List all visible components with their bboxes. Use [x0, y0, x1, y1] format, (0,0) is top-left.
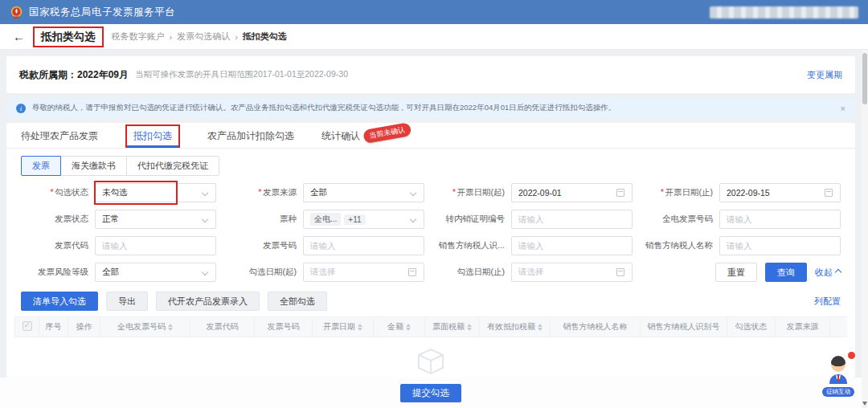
calendar-icon [408, 268, 416, 276]
text-input[interactable] [518, 241, 625, 251]
tax-period-value: 2022年09月 [77, 68, 129, 82]
text-input[interactable] [727, 241, 833, 251]
breadcrumb-separator: › [235, 32, 238, 42]
filter-label: 发票状态 [21, 214, 95, 225]
toolbar-button-3[interactable]: 代开农产品发票录入 [156, 292, 260, 311]
close-icon[interactable]: × [833, 104, 845, 113]
filter-label: 发票代码 [21, 240, 95, 251]
input-control[interactable] [719, 236, 841, 255]
sort-asc-icon [358, 324, 362, 327]
sort-desc-icon [358, 328, 362, 331]
submit-bar: 提交勾选 [0, 377, 862, 408]
filter-row-3: 发票代码发票号码销售方纳税人识...销售方纳税人名称 [21, 236, 841, 255]
tax-period-label: 税款所属期： [19, 68, 77, 82]
notice-text: 尊敬的纳税人，请于申报前对已勾选的凭证进行统计确认。农产品业务抵扣勾选和代扣代缴… [32, 103, 616, 113]
column-config-link[interactable]: 列配置 [814, 296, 841, 308]
column-header-2: 序号 [39, 317, 68, 337]
toolbar-buttons: 清单导入勾选导出代开农产品发票录入全部勾选 [21, 292, 327, 311]
date-value: 2022-09-15 [727, 188, 770, 198]
tab-label: 抵扣勾选 [133, 129, 172, 143]
text-input[interactable] [518, 214, 625, 224]
input-control[interactable] [303, 236, 424, 255]
content: 税款所属期： 2022年09月 当期可操作发票的开具日期范围2017-01-01… [0, 50, 862, 377]
subtab-1[interactable]: 发票 [21, 156, 61, 176]
info-icon [16, 104, 26, 113]
toolbar-button-2[interactable]: 导出 [106, 292, 148, 311]
scrollbar[interactable] [862, 50, 868, 408]
required-mark: * [258, 187, 261, 197]
filter-row-2: 发票状态正常票种全电...+11转内销证明编号全电发票号码 [21, 210, 841, 229]
sort-icon[interactable] [358, 324, 362, 331]
input-control[interactable] [719, 210, 841, 229]
filter-field: *发票来源全部 [229, 183, 424, 202]
tax-period-hint: 当期可操作发票的开具日期范围2017-01-01至2022-09-30 [135, 69, 348, 80]
select-value: 全部 [102, 267, 119, 278]
sort-asc-icon [406, 324, 411, 327]
filter-label: 票种 [229, 214, 303, 225]
filter-field: *开票日期(止)2022-09-15 [645, 183, 841, 202]
sort-icon[interactable] [538, 324, 542, 331]
tab-3[interactable]: 农产品加计扣除勾选 [207, 124, 294, 148]
query-button[interactable]: 查询 [765, 263, 807, 282]
column-header-11: 销售方纳税人名称 [551, 317, 641, 337]
breadcrumb-item-3[interactable]: 抵扣类勾选 [243, 31, 287, 43]
column-header-1[interactable] [15, 317, 39, 337]
sort-icon[interactable] [406, 324, 411, 331]
tab-label: 待处理农产品发票 [21, 129, 98, 143]
chevron-up-icon [835, 269, 841, 275]
breadcrumb-item-2[interactable]: 发票勾选确认 [177, 31, 230, 43]
select-control[interactable]: 正常 [95, 210, 216, 229]
chevron-down-icon [202, 190, 208, 196]
tab-4[interactable]: 统计确认当前未确认 [321, 124, 411, 148]
tab-1[interactable]: 待处理农产品发票 [21, 124, 98, 148]
change-period-link[interactable]: 变更属期 [807, 69, 842, 81]
calendar-icon [616, 268, 624, 276]
tab-2[interactable]: 抵扣勾选 [125, 124, 180, 148]
page: 国家税务总局电子发票服务平台 ← 抵扣类勾选 税务数字账户›发票勾选确认›抵扣类… [0, 0, 868, 408]
select-all-checkbox[interactable] [23, 321, 32, 331]
select-control[interactable]: 全部 [95, 263, 216, 282]
tax-emblem-icon [10, 6, 23, 19]
filter-field: 发票风险等级全部 [21, 263, 216, 282]
select-control[interactable]: 未勾选 [95, 183, 216, 202]
date-control[interactable]: 请选择 [511, 263, 633, 282]
sort-icon[interactable] [168, 324, 173, 331]
filter-row-1: *勾选状态未勾选*发票来源全部*开票日期(起)2022-09-01*开票日期(止… [21, 183, 841, 202]
date-value: 请选择 [518, 267, 544, 278]
filter-field: 销售方纳税人识... [437, 236, 633, 255]
select-control[interactable]: 全部 [303, 183, 424, 202]
page-nav: ← 抵扣类勾选 税务数字账户›发票勾选确认›抵扣类勾选 [0, 24, 868, 50]
breadcrumb-item-1[interactable]: 税务数字账户 [112, 31, 165, 43]
input-control[interactable] [511, 210, 633, 229]
assistant-mascot[interactable]: 征纳互动 [820, 355, 857, 397]
filter-label: *发票来源 [229, 187, 303, 198]
chevron-down-icon [202, 216, 208, 222]
date-control[interactable]: 2022-09-15 [719, 183, 841, 202]
sort-icon[interactable] [467, 324, 472, 331]
scrollbar-thumb[interactable] [862, 53, 867, 104]
date-control[interactable]: 请选择 [303, 263, 424, 282]
date-control[interactable]: 2022-09-01 [511, 183, 633, 202]
sort-desc-icon [467, 328, 472, 331]
collapse-link[interactable]: 收起 [815, 267, 841, 279]
scroll-down-icon[interactable] [862, 402, 867, 406]
reset-button[interactable]: 重置 [715, 263, 757, 282]
toolbar-button-1[interactable]: 清单导入勾选 [21, 292, 98, 311]
text-input[interactable] [102, 241, 209, 251]
breadcrumb: 税务数字账户›发票勾选确认›抵扣类勾选 [112, 31, 287, 43]
filter-label: 销售方纳税人识... [437, 240, 511, 251]
text-input[interactable] [727, 214, 833, 224]
filter-field: 发票号码 [229, 236, 424, 255]
back-icon[interactable]: ← [13, 30, 25, 43]
tags-control[interactable]: 全电...+11 [303, 210, 424, 229]
text-input[interactable] [310, 241, 417, 251]
sort-asc-icon [538, 324, 542, 327]
input-control[interactable] [95, 236, 216, 255]
column-header-15: 票种 [830, 317, 848, 337]
column-header-12: 销售方纳税人识别号 [641, 317, 727, 337]
submit-button[interactable]: 提交勾选 [400, 384, 461, 402]
subtab-3[interactable]: 代扣代缴完税凭证 [126, 156, 219, 176]
input-control[interactable] [511, 236, 633, 255]
subtab-2[interactable]: 海关缴款书 [60, 156, 127, 176]
toolbar-button-4[interactable]: 全部勾选 [268, 292, 327, 311]
